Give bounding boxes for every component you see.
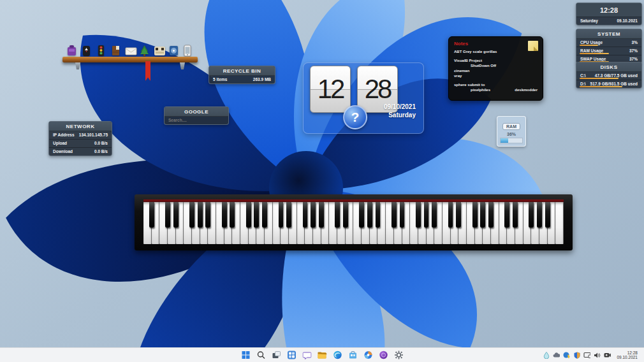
piano-black-key[interactable] <box>537 202 542 228</box>
system-widget[interactable]: SYSTEM CPU Usage 3% RAM Usage 37% SWAP U… <box>576 29 642 64</box>
shelf-dock <box>62 36 198 87</box>
defender-icon[interactable] <box>573 352 580 359</box>
piano-black-key[interactable] <box>303 202 308 228</box>
piano-black-key[interactable] <box>205 202 210 228</box>
taskbar: 12:28 09.10.2021 <box>0 347 644 362</box>
clock-widget[interactable]: 12:28 Saturday 09.10.2021 <box>576 3 642 25</box>
disks-widget[interactable]: DISKS C:\ 47.3 GB/77.5 GB used D:\ 517.9… <box>576 62 642 89</box>
piano-black-key[interactable] <box>416 202 421 228</box>
google-search-widget[interactable]: GOOGLE <box>164 106 229 125</box>
task-view-icon[interactable] <box>272 351 281 360</box>
network-widget[interactable]: NETWORK IP Address 134.101.145.75 Upload… <box>48 121 112 156</box>
sticky-note-icon[interactable] <box>528 41 538 51</box>
help-question-icon[interactable]: ? <box>343 105 367 129</box>
piano-black-key[interactable] <box>545 202 550 228</box>
edge-icon[interactable] <box>333 351 342 360</box>
media-app-icon[interactable] <box>379 351 388 360</box>
tray-date: 09.10.2021 <box>617 355 638 360</box>
piano-black-key[interactable] <box>262 202 267 228</box>
piano-black-key[interactable] <box>246 202 251 228</box>
envelope-icon[interactable] <box>125 44 136 57</box>
display-icon[interactable] <box>583 352 590 359</box>
widgets-icon[interactable] <box>287 351 296 360</box>
tree-icon[interactable] <box>139 44 150 57</box>
piano-black-key[interactable] <box>424 202 429 228</box>
clock-time: 12:28 <box>576 3 641 17</box>
piano-black-key[interactable] <box>279 202 284 228</box>
chat-icon[interactable] <box>302 351 312 360</box>
rainmeter-drop-icon[interactable] <box>543 352 550 359</box>
piano-black-key[interactable] <box>472 202 478 228</box>
ram-label: RAM <box>502 123 520 130</box>
ram-widget[interactable]: RAM 36% <box>497 116 526 147</box>
notes-widget[interactable]: Notes ABT Grey scale gorillas VisualB Pr… <box>448 36 543 101</box>
brown-book-icon[interactable] <box>110 44 121 57</box>
piano-black-key[interactable] <box>504 202 509 228</box>
piano-black-key[interactable] <box>189 202 194 228</box>
piano-black-key[interactable] <box>286 202 291 228</box>
piano-black-key[interactable] <box>222 202 227 228</box>
piano-black-key[interactable] <box>432 202 437 228</box>
system-tray: 12:28 09.10.2021 <box>543 351 638 360</box>
piano-black-key[interactable] <box>173 202 179 228</box>
tray-time: 12:28 <box>617 351 638 356</box>
network-row-upload: Upload 0.0 B/s <box>49 140 112 148</box>
piano-black-key[interactable] <box>513 202 518 228</box>
piano-black-key[interactable] <box>254 202 259 228</box>
piano-black-key[interactable] <box>198 202 203 228</box>
piano-widget[interactable] <box>135 194 573 250</box>
piano-black-key[interactable] <box>480 202 485 228</box>
flip-card-hours: 12 <box>310 66 351 113</box>
piano-black-key[interactable] <box>165 202 170 228</box>
shelf-board <box>62 57 198 62</box>
piano-black-key[interactable] <box>392 202 397 228</box>
shelf-bracket-right <box>180 62 185 69</box>
store-icon[interactable] <box>348 351 358 360</box>
ram-bar-fill <box>501 138 508 143</box>
recycle-bin-items: 5 items <box>213 77 227 82</box>
film-reel-icon[interactable] <box>168 44 179 57</box>
piano-black-key[interactable] <box>456 202 461 228</box>
film-cassette-icon[interactable] <box>154 44 165 57</box>
piano-black-key[interactable] <box>343 202 348 228</box>
photos-icon[interactable] <box>363 351 373 360</box>
piano-black-key[interactable] <box>230 202 235 228</box>
google-search-input[interactable] <box>168 118 224 122</box>
disk-row-d: D:\ 517.9 GB/931.5 GB used <box>576 80 641 88</box>
settings-icon[interactable] <box>394 351 404 360</box>
start-icon[interactable] <box>241 351 251 360</box>
piano-black-key[interactable] <box>400 202 405 228</box>
piano-black-key[interactable] <box>376 202 381 228</box>
piano-white-key[interactable] <box>555 202 564 244</box>
volume-icon[interactable] <box>594 352 601 359</box>
piano-black-key[interactable] <box>367 202 372 228</box>
purple-case-icon[interactable] <box>66 44 77 57</box>
tray-clock[interactable]: 12:28 09.10.2021 <box>617 351 638 360</box>
note-line: cineman <box>454 68 538 73</box>
piano-black-key[interactable] <box>311 202 316 228</box>
search-icon[interactable] <box>256 351 266 360</box>
camera-icon[interactable] <box>604 352 611 359</box>
desktop: RECYCLE BIN 5 items 263.9 MB GOOGLE NETW… <box>0 0 644 362</box>
notes-title: Notes <box>454 41 538 47</box>
note-line: pixelphiles <box>454 87 490 92</box>
piano-black-key[interactable] <box>529 202 534 228</box>
recycle-bin-title: RECYCLE BIN <box>209 66 275 76</box>
file-explorer-icon[interactable] <box>318 351 327 360</box>
piano-black-key[interactable] <box>335 202 340 228</box>
recycle-bin-widget[interactable]: RECYCLE BIN 5 items 263.9 MB <box>209 66 275 84</box>
onedrive-cloud-icon[interactable] <box>553 352 560 359</box>
piano-black-key[interactable] <box>359 202 364 228</box>
smartphone-icon[interactable] <box>183 44 194 57</box>
cpu-usage-bar <box>580 45 598 46</box>
clock-date: 09.10.2021 <box>617 18 638 23</box>
suit-figure-icon[interactable] <box>81 44 92 57</box>
piano-black-key[interactable] <box>448 202 453 228</box>
traffic-light-icon[interactable] <box>96 44 106 57</box>
security-alert-icon[interactable] <box>563 352 570 359</box>
piano-black-key[interactable] <box>488 202 494 228</box>
piano-black-key[interactable] <box>149 202 154 228</box>
network-title: NETWORK <box>49 122 112 131</box>
piano-black-key[interactable] <box>319 202 324 228</box>
flip-clock-widget[interactable]: 12 28 09/10/2021 Saturday ? <box>303 62 424 134</box>
